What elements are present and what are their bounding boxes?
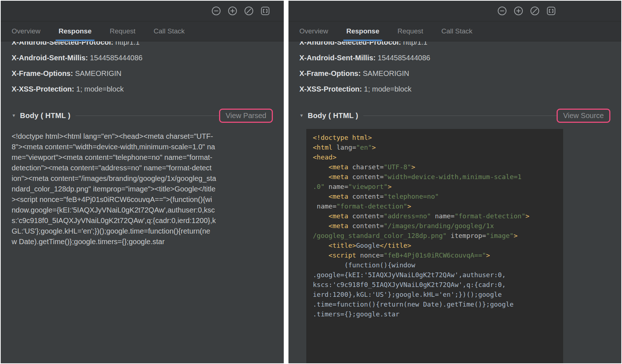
header-name: X-Frame-Options: [12, 69, 75, 77]
response-header-row: X-Frame-Options: SAMEORIGIN [12, 66, 273, 81]
code-line: kscs:'c9c918f0_5IAQXJyVNaiL0gK2t72QAw',q… [313, 280, 563, 290]
body-text-line: s:'c9c918f0_5IAQXJyVNaiL0gK2t72QAw',q:{c… [12, 215, 273, 226]
body-text-line: ndard_color_128dp.png" itemprop="image">… [12, 184, 273, 194]
code-line: ierd:1200},kGL:'US'};google.kHL='en';})(… [313, 290, 563, 299]
body-text-line: <!doctype html><html lang="en"><head><me… [12, 131, 273, 142]
clear-icon [529, 5, 540, 16]
header-name: X-Android-Selected-Protocol: [12, 41, 116, 46]
collapse-triangle-icon[interactable]: ▼ [12, 113, 16, 118]
header-name: X-Android-Selected-Protocol: [299, 41, 403, 46]
response-header-row: X-XSS-Protection: 1; mode=block [299, 81, 610, 97]
code-line: <script nonce="feB+4Pj01s0iRCW6couvqA=="… [313, 250, 563, 260]
code-line: .time=function(){return(new Date).getTim… [313, 299, 563, 309]
section-divider-line [76, 116, 219, 116]
body-section-title: Body ( HTML ) [20, 112, 70, 120]
detail-tabs: OverviewResponseRequestCall Stack [288, 21, 621, 41]
header-value: SAMEORIGIN [363, 69, 409, 77]
header-name: X-Frame-Options: [299, 69, 363, 77]
fit-to-range-icon [546, 5, 557, 16]
annotation-highlight: View Parsed [219, 109, 273, 123]
code-line: .google={kEI:'5IAQXJyVNaiL0gK2t72QAw',au… [313, 270, 563, 280]
body-text-line: ><script nonce="feB+4Pj01s0iRCW6couvqA==… [12, 194, 273, 205]
header-name: X-XSS-Protection: [299, 85, 364, 93]
tab-request[interactable]: Request [110, 21, 136, 41]
body-text-line: GL:'US'};google.kHL='en';})();google.tim… [12, 226, 273, 236]
profiler-toolbar [288, 1, 621, 21]
body-source-text: <!doctype html><html lang="en"><head><me… [12, 131, 273, 247]
zoom-out-icon [211, 5, 222, 16]
fit-to-range-icon [260, 5, 271, 16]
tab-response[interactable]: Response [346, 21, 379, 41]
collapse-triangle-icon[interactable]: ▼ [299, 113, 304, 118]
clear-icon [243, 5, 254, 16]
clear-button[interactable] [243, 5, 254, 16]
detail-tabs: OverviewResponseRequestCall Stack [1, 21, 284, 41]
code-line: (function(){window [313, 260, 563, 270]
response-header-row: X-Android-Sent-Millis: 1544585444086 [299, 50, 610, 66]
body-text-line: me="viewport"><meta content="telephone=n… [12, 152, 273, 163]
body-source-code-viewer: <!doctype html><html lang="en"><head> <m… [306, 129, 563, 363]
tab-overview[interactable]: Overview [299, 21, 328, 41]
two-panel-comparison: OverviewResponseRequestCall Stack X-Andr… [0, 0, 622, 364]
code-line: <meta content="address=no" name="format-… [313, 211, 563, 221]
annotation-highlight: View Source [557, 109, 610, 123]
profiler-toolbar [1, 1, 284, 21]
code-line: <html lang="en"> [313, 142, 563, 152]
view-parsed-link[interactable]: View Parsed [226, 112, 266, 120]
fit-to-range-button[interactable] [260, 5, 271, 16]
header-value: 1544585444086 [378, 54, 431, 62]
header-value: 1544585444086 [90, 54, 143, 62]
response-header-row: X-Android-Selected-Protocol: http/1.1 [12, 41, 273, 50]
body-text-line: ndow.google={kEI:'5IAQXJyVNaiL0gK2t72QAw… [12, 205, 273, 215]
response-header-row: X-Frame-Options: SAMEORIGIN [299, 66, 610, 81]
response-headers-list: X-Android-Selected-Protocol: http/1.1X-A… [12, 41, 273, 97]
tab-call-stack[interactable]: Call Stack [154, 21, 185, 41]
code-line: /googleg_standard_color_128dp.png" itemp… [313, 231, 563, 240]
code-line: <head> [313, 152, 563, 162]
code-line: .timers={};google.star [313, 309, 563, 319]
header-value: http/1.1 [403, 41, 428, 46]
zoom-in-button[interactable] [513, 5, 524, 16]
header-name: X-Android-Sent-Millis: [299, 54, 378, 62]
tab-request[interactable]: Request [397, 21, 423, 41]
zoom-out-button[interactable] [211, 5, 222, 16]
zoom-in-icon [513, 5, 524, 16]
body-text-line: w Date).getTime()};google.timers={};goog… [12, 236, 273, 247]
body-text-line: ion"><meta content="/images/branding/goo… [12, 173, 273, 184]
tab-response[interactable]: Response [58, 21, 92, 41]
tab-call-stack[interactable]: Call Stack [441, 21, 473, 41]
response-tab-content: X-Android-Selected-Protocol: http/1.1X-A… [1, 41, 284, 363]
response-tab-content: X-Android-Selected-Protocol: http/1.1X-A… [288, 41, 621, 363]
code-line: <!doctype html> [313, 133, 563, 142]
header-value: 1; mode=block [364, 85, 412, 93]
code-line: <meta charset="UTF-8"> [313, 162, 563, 172]
body-text-line: 8"><meta content="width=device-width,min… [12, 142, 273, 152]
body-section-header: ▼ Body ( HTML ) View Source [299, 107, 610, 124]
header-value: http/1.1 [116, 41, 140, 46]
code-line: <meta content="telephone=no" [313, 191, 563, 201]
network-response-panel-right: OverviewResponseRequestCall Stack X-Andr… [288, 1, 621, 363]
zoom-in-icon [227, 5, 238, 16]
body-section-title: Body ( HTML ) [308, 112, 358, 120]
code-line: name="format-detection"> [313, 201, 563, 211]
body-text-line: detection"><meta content="address=no" na… [12, 163, 273, 173]
code-line: <meta content="/images/branding/googleg/… [313, 221, 563, 231]
clear-button[interactable] [529, 5, 540, 16]
code-line: .0" name="viewport"> [313, 182, 563, 191]
body-section-header: ▼ Body ( HTML ) View Parsed [12, 107, 273, 124]
zoom-out-icon [497, 5, 508, 16]
response-headers-list: X-Android-Selected-Protocol: http/1.1X-A… [299, 41, 610, 97]
tab-overview[interactable]: Overview [12, 21, 40, 41]
header-name: X-XSS-Protection: [12, 85, 76, 93]
response-header-row: X-Android-Sent-Millis: 1544585444086 [12, 50, 273, 66]
section-divider-line [363, 116, 557, 116]
header-name: X-Android-Sent-Millis: [12, 54, 90, 62]
zoom-out-button[interactable] [497, 5, 508, 16]
view-source-link[interactable]: View Source [563, 112, 604, 120]
response-header-row: X-XSS-Protection: 1; mode=block [12, 81, 273, 97]
code-line: <title>Google</title> [313, 240, 563, 250]
response-header-row: X-Android-Selected-Protocol: http/1.1 [299, 41, 610, 50]
fit-to-range-button[interactable] [546, 5, 557, 16]
header-value: 1; mode=block [76, 85, 124, 93]
zoom-in-button[interactable] [227, 5, 238, 16]
